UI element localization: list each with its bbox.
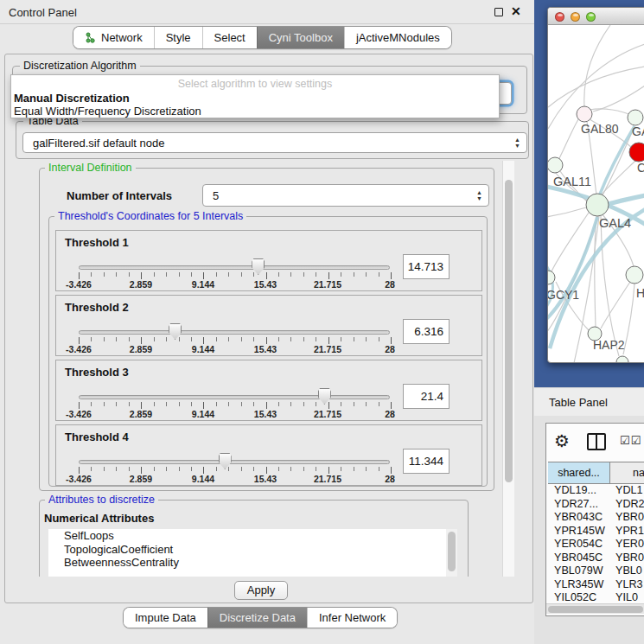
network-node-h[interactable] <box>626 266 643 284</box>
apply-button[interactable]: Apply <box>234 581 288 600</box>
network-node-ga[interactable] <box>628 110 643 125</box>
cell-name: YBL0 <box>610 564 644 578</box>
node-label-c: C <box>637 161 644 175</box>
table-row[interactable]: YBR043CYBR0 <box>548 511 644 525</box>
threshold-label: Threshold 3 <box>65 366 129 379</box>
tick-label: 21.715 <box>314 409 341 419</box>
threshold-slider-track[interactable] <box>79 460 390 464</box>
close-icon[interactable]: ✕ <box>511 4 521 18</box>
num-intervals-combobox[interactable]: 5 ▲▼ <box>202 184 489 207</box>
tick-label: 9.144 <box>192 409 214 419</box>
tick-label: -3.426 <box>66 344 92 354</box>
table-row[interactable]: YPR145WYPR1 <box>548 525 644 539</box>
cell-name: YDL1 <box>610 484 644 498</box>
table-row[interactable]: YBL079WYBL0 <box>548 564 644 578</box>
table-data-combobox[interactable]: galFiltered.sif default node ▲▼ <box>22 132 527 153</box>
thresholds-group: Threshold's Coordinates for 5 Intervals … <box>48 216 488 487</box>
threshold-slider-track[interactable] <box>79 265 390 270</box>
tab-jactivemnodules[interactable]: jActiveMNodules <box>344 27 451 48</box>
network-node-gal80[interactable] <box>577 106 592 122</box>
tab-network[interactable]: Network <box>73 27 154 48</box>
table-row[interactable]: YLR345WYLR3 <box>548 578 644 592</box>
dropdown-option-manual[interactable]: Manual Discretization <box>14 92 130 105</box>
dropdown-hint: Select algorithm to view settings <box>11 78 499 90</box>
cell-shared-name: YBR043C <box>548 511 610 525</box>
float-window-icon[interactable] <box>494 8 503 16</box>
dropdown-option-equal-width[interactable]: Equal Width/Frequency Discretization <box>14 105 201 118</box>
slider-major-ticks <box>79 467 392 474</box>
attribute-list-item[interactable]: BetweennessCentrality <box>48 556 457 570</box>
cell-shared-name: YBR045C <box>548 552 610 565</box>
cell-name: YBR0 <box>610 511 644 525</box>
tab-cyni-toolbox[interactable]: Cyni Toolbox <box>257 27 344 48</box>
attributes-scrollbar[interactable] <box>446 529 457 577</box>
tab-infer-network[interactable]: Infer Network <box>307 608 397 628</box>
control-panel-titlebar: Control Panel ✕ <box>0 0 534 24</box>
network-canvas[interactable]: GAL80GACGAL11GAL4GCY1HHAP2 <box>548 25 644 363</box>
numerical-attributes-list: SelfLoopsTopologicalCoefficientBetweenne… <box>48 529 457 577</box>
network-node[interactable] <box>616 356 628 363</box>
threshold-label: Threshold 1 <box>65 236 129 249</box>
node-label-h: H <box>636 286 644 300</box>
threshold-value-field[interactable]: 11.344 <box>403 449 450 474</box>
table-row[interactable]: YDL19...YDL1 <box>548 484 644 498</box>
tab-style[interactable]: Style <box>154 27 202 48</box>
gear-icon[interactable]: ⚙ <box>554 430 570 451</box>
cyni-mode-tabs: Impute DataDiscretize DataInfer Network <box>124 608 397 628</box>
threshold-slider-track[interactable] <box>79 330 390 335</box>
tick-label: 15.43 <box>254 409 277 419</box>
table-header-row: shared... na <box>548 462 644 484</box>
thresholds-group-title: Threshold's Coordinates for 5 Intervals <box>54 210 246 222</box>
node-label-ga: GA <box>632 124 644 138</box>
settings-viewport: Interval Definition Number of Intervals … <box>35 161 501 577</box>
network-node-gal4[interactable] <box>586 194 609 216</box>
table-row[interactable]: YER054CYER0 <box>548 538 644 552</box>
tick-label: 28 <box>385 474 395 484</box>
network-node-c[interactable] <box>629 143 644 162</box>
network-icon <box>85 32 96 43</box>
interval-definition-group: Interval Definition Number of Intervals … <box>39 168 494 491</box>
traffic-close-icon[interactable] <box>555 12 564 22</box>
table-row[interactable]: YBR045CYBR0 <box>548 552 644 565</box>
settings-vertical-scrollbar[interactable] <box>502 161 514 577</box>
tick-label: 2.859 <box>130 279 152 290</box>
right-section: GAL80GACGAL11GAL4GCY1HHAP2 Table Panel ⚙… <box>534 0 644 644</box>
table-row[interactable]: YIL052CYIL0 <box>548 591 644 603</box>
tab-discretize-data-label: Discretize Data <box>220 608 296 628</box>
attribute-list-item[interactable]: TopologicalCoefficient <box>48 543 457 557</box>
tick-label: -3.426 <box>66 474 92 484</box>
traffic-zoom-icon[interactable] <box>586 12 596 22</box>
tab-select[interactable]: Select <box>202 27 257 48</box>
slider-major-ticks <box>79 272 392 279</box>
num-intervals-value: 5 <box>213 189 219 202</box>
threshold-value-field[interactable]: 14.713 <box>403 254 450 279</box>
network-node-gcy1[interactable] <box>548 271 555 284</box>
table-panel-title: Table Panel <box>549 396 608 409</box>
attributes-group: Attributes to discretize Numerical Attri… <box>39 500 469 577</box>
combo-arrows-icon: ▲▼ <box>514 137 520 149</box>
column-header-name[interactable]: na <box>610 462 644 484</box>
column-header-shared-name[interactable]: shared... <box>548 462 610 484</box>
cell-shared-name: YBL079W <box>548 564 610 578</box>
table-toolbar: ⚙ ☑☑ <box>546 424 644 461</box>
split-pane-icon[interactable] <box>587 433 606 450</box>
tab-cyni-toolbox-label: Cyni Toolbox <box>269 27 333 48</box>
threshold-value-field[interactable]: 6.316 <box>403 319 450 344</box>
threshold-value-field[interactable]: 21.4 <box>403 384 450 409</box>
network-node-gal11[interactable] <box>548 157 563 173</box>
tick-label: 9.144 <box>192 474 214 484</box>
table-horizontal-scrollbar[interactable] <box>546 603 644 614</box>
cell-name: YER0 <box>610 538 644 552</box>
attribute-list-item[interactable]: SelfLoops <box>48 529 457 543</box>
table-row[interactable]: YDR27...YDR2 <box>548 498 644 512</box>
threshold-slider-track[interactable] <box>79 395 390 399</box>
tab-discretize-data[interactable]: Discretize Data <box>207 608 307 628</box>
checkbox-icons[interactable]: ☑☑ <box>620 434 641 447</box>
control-panel-tabs: NetworkStyleSelectCyni ToolboxjActiveMNo… <box>73 27 451 48</box>
tab-network-label: Network <box>101 27 143 48</box>
tab-impute-data[interactable]: Impute Data <box>124 608 207 628</box>
numerical-attributes-label: Numerical Attributes <box>44 512 154 525</box>
threshold-label: Threshold 4 <box>65 430 129 443</box>
traffic-minimize-icon[interactable] <box>571 12 580 22</box>
cell-name: YLR3 <box>610 578 644 592</box>
